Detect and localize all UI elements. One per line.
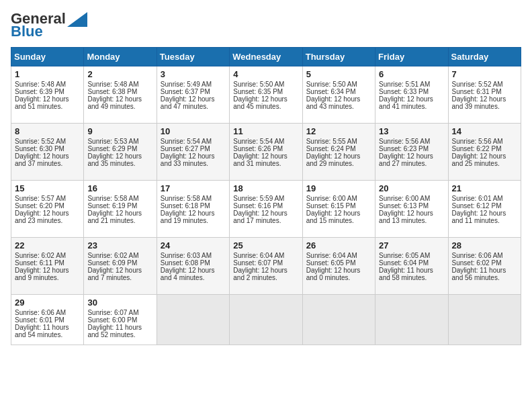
day-detail: Daylight: 12 hours: [379, 210, 444, 217]
day-detail: and 58 minutes.: [379, 274, 444, 281]
day-detail: Daylight: 12 hours: [306, 210, 371, 217]
calendar-cell: 17Sunrise: 5:58 AMSunset: 6:18 PMDayligh…: [157, 181, 229, 238]
day-detail: Sunrise: 6:02 AM: [87, 252, 152, 259]
day-detail: and 31 minutes.: [233, 160, 298, 167]
calendar-cell: 16Sunrise: 5:58 AMSunset: 6:19 PMDayligh…: [84, 181, 157, 238]
logo-arrow-icon: [67, 12, 87, 27]
day-number: 10: [161, 126, 226, 136]
day-detail: Daylight: 11 hours: [87, 324, 152, 331]
day-number: 20: [379, 183, 444, 193]
day-detail: and 52 minutes.: [87, 331, 152, 338]
day-detail: Sunset: 6:13 PM: [379, 202, 444, 210]
svg-marker-0: [67, 12, 87, 27]
calendar-cell: 12Sunrise: 5:55 AMSunset: 6:24 PMDayligh…: [302, 124, 375, 181]
day-detail: Sunrise: 5:53 AM: [87, 138, 152, 145]
day-detail: Sunset: 6:31 PM: [452, 88, 517, 95]
day-detail: Daylight: 12 hours: [379, 152, 444, 160]
calendar-cell: 29Sunrise: 6:06 AMSunset: 6:01 PMDayligh…: [11, 295, 84, 345]
day-detail: Daylight: 12 hours: [87, 95, 152, 103]
day-number: 18: [233, 183, 298, 193]
day-detail: Sunrise: 5:48 AM: [87, 81, 152, 88]
day-detail: Sunrise: 5:56 AM: [452, 138, 517, 145]
day-detail: Sunset: 6:04 PM: [379, 259, 444, 267]
day-number: 26: [306, 240, 371, 250]
day-detail: Sunset: 6:33 PM: [379, 88, 444, 95]
day-detail: Sunset: 6:18 PM: [161, 202, 226, 210]
day-detail: Sunrise: 5:50 AM: [233, 81, 298, 88]
day-detail: Sunset: 6:02 PM: [452, 259, 517, 267]
day-number: 2: [87, 69, 152, 79]
day-number: 5: [306, 69, 371, 79]
calendar-cell: 23Sunrise: 6:02 AMSunset: 6:09 PMDayligh…: [84, 238, 157, 295]
day-detail: and 54 minutes.: [15, 331, 80, 338]
calendar-cell: 13Sunrise: 5:56 AMSunset: 6:23 PMDayligh…: [375, 124, 448, 181]
day-detail: Daylight: 12 hours: [15, 210, 80, 217]
calendar-cell: 2Sunrise: 5:48 AMSunset: 6:38 PMDaylight…: [84, 66, 157, 124]
day-detail: Daylight: 12 hours: [161, 210, 226, 217]
calendar-week-1: 1Sunrise: 5:48 AMSunset: 6:39 PMDaylight…: [11, 66, 521, 124]
day-detail: Sunrise: 6:04 AM: [306, 252, 371, 259]
day-detail: Daylight: 12 hours: [233, 210, 298, 217]
day-detail: Daylight: 12 hours: [233, 95, 298, 103]
day-detail: Daylight: 12 hours: [306, 267, 371, 274]
header-monday: Monday: [84, 48, 157, 66]
day-detail: and 49 minutes.: [87, 103, 152, 110]
day-detail: Sunset: 6:37 PM: [161, 88, 226, 95]
day-detail: Sunset: 6:29 PM: [87, 145, 152, 152]
calendar-cell: 5Sunrise: 5:50 AMSunset: 6:34 PMDaylight…: [302, 66, 375, 124]
calendar-cell: 9Sunrise: 5:53 AMSunset: 6:29 PMDaylight…: [84, 124, 157, 181]
header-friday: Friday: [375, 48, 448, 66]
day-detail: Sunrise: 6:01 AM: [452, 195, 517, 202]
calendar-cell: 1Sunrise: 5:48 AMSunset: 6:39 PMDaylight…: [11, 66, 84, 124]
day-detail: Sunset: 6:09 PM: [87, 259, 152, 267]
page-header: General Blue: [11, 11, 521, 39]
day-number: 22: [15, 240, 80, 250]
calendar-week-2: 8Sunrise: 5:52 AMSunset: 6:30 PMDaylight…: [11, 124, 521, 181]
calendar-week-3: 15Sunrise: 5:57 AMSunset: 6:20 PMDayligh…: [11, 181, 521, 238]
header-sunday: Sunday: [11, 48, 84, 66]
calendar-cell: 30Sunrise: 6:07 AMSunset: 6:00 PMDayligh…: [84, 295, 157, 345]
day-detail: Sunrise: 5:51 AM: [379, 81, 444, 88]
day-number: 16: [87, 183, 152, 193]
day-detail: Sunset: 6:15 PM: [306, 202, 371, 210]
calendar-cell: 26Sunrise: 6:04 AMSunset: 6:05 PMDayligh…: [302, 238, 375, 295]
day-detail: and 47 minutes.: [161, 103, 226, 110]
day-detail: Daylight: 12 hours: [161, 95, 226, 103]
day-number: 11: [233, 126, 298, 136]
day-detail: Sunset: 6:39 PM: [15, 88, 80, 95]
day-number: 12: [306, 126, 371, 136]
calendar-cell: 24Sunrise: 6:03 AMSunset: 6:08 PMDayligh…: [157, 238, 229, 295]
calendar-cell: 10Sunrise: 5:54 AMSunset: 6:27 PMDayligh…: [157, 124, 229, 181]
day-detail: Sunrise: 5:54 AM: [161, 138, 226, 145]
day-number: 8: [15, 126, 80, 136]
day-detail: Sunrise: 5:58 AM: [161, 195, 226, 202]
day-detail: Sunrise: 5:56 AM: [379, 138, 444, 145]
day-detail: Sunset: 6:35 PM: [233, 88, 298, 95]
day-detail: and 37 minutes.: [15, 160, 80, 167]
calendar-cell: 18Sunrise: 5:59 AMSunset: 6:16 PMDayligh…: [230, 181, 302, 238]
day-detail: Daylight: 12 hours: [452, 152, 517, 160]
day-detail: Sunset: 6:05 PM: [306, 259, 371, 267]
day-detail: and 29 minutes.: [306, 160, 371, 167]
day-detail: Daylight: 12 hours: [306, 152, 371, 160]
day-detail: Sunset: 6:20 PM: [15, 202, 80, 210]
calendar-cell: [157, 295, 229, 345]
calendar-cell: 27Sunrise: 6:05 AMSunset: 6:04 PMDayligh…: [375, 238, 448, 295]
day-number: 23: [87, 240, 152, 250]
day-number: 19: [306, 183, 371, 193]
day-detail: and 39 minutes.: [452, 103, 517, 110]
day-detail: Sunrise: 5:58 AM: [87, 195, 152, 202]
calendar-cell: [302, 295, 375, 345]
day-detail: and 45 minutes.: [233, 103, 298, 110]
day-detail: Sunrise: 6:00 AM: [306, 195, 371, 202]
day-detail: Sunrise: 6:02 AM: [15, 252, 80, 259]
day-detail: and 27 minutes.: [379, 160, 444, 167]
calendar-cell: 20Sunrise: 6:00 AMSunset: 6:13 PMDayligh…: [375, 181, 448, 238]
day-detail: Sunset: 6:23 PM: [379, 145, 444, 152]
day-number: 27: [379, 240, 444, 250]
day-detail: Sunrise: 5:59 AM: [233, 195, 298, 202]
day-number: 6: [379, 69, 444, 79]
day-detail: Sunset: 6:07 PM: [233, 259, 298, 267]
day-number: 30: [87, 298, 152, 308]
day-detail: Sunrise: 6:03 AM: [161, 252, 226, 259]
